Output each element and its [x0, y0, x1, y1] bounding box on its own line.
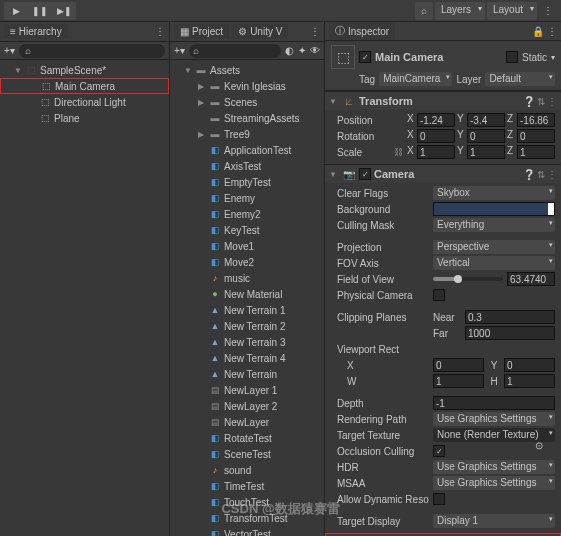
- menu-icon[interactable]: ⋮: [539, 5, 557, 16]
- project-item[interactable]: ▤NewLayer 1: [170, 382, 324, 398]
- filter-icon-2[interactable]: ✦: [298, 45, 306, 56]
- project-item[interactable]: ◧EmptyTest: [170, 174, 324, 190]
- field[interactable]: [433, 396, 555, 410]
- vy-field[interactable]: [504, 358, 555, 372]
- project-item[interactable]: ▬StreamingAssets: [170, 110, 324, 126]
- object-field[interactable]: None (Render Texture) ⊙: [433, 428, 555, 442]
- project-item[interactable]: ◧Move1: [170, 238, 324, 254]
- static-dropdown-icon[interactable]: ▾: [551, 53, 555, 62]
- project-item[interactable]: ◧TouchTest: [170, 494, 324, 510]
- tag-dropdown[interactable]: MainCamera: [379, 72, 452, 86]
- project-tab[interactable]: ▦ Project: [174, 24, 229, 39]
- x-field[interactable]: [417, 145, 455, 159]
- vw-field[interactable]: [433, 374, 484, 388]
- unity-tab[interactable]: ⚙ Unity V: [232, 24, 288, 39]
- project-item[interactable]: ◧ApplicationTest: [170, 142, 324, 158]
- search-icon[interactable]: ⌕: [415, 2, 433, 20]
- dropdown[interactable]: Use Graphics Settings: [433, 412, 555, 426]
- hierarchy-item[interactable]: ⬚Main Camera: [0, 78, 169, 94]
- project-item[interactable]: ◧Move2: [170, 254, 324, 270]
- checkbox[interactable]: [433, 445, 445, 457]
- x-field[interactable]: [417, 113, 455, 127]
- dropdown[interactable]: Everything: [433, 218, 555, 232]
- dropdown[interactable]: Vertical: [433, 256, 555, 270]
- hidden-icon[interactable]: 👁: [310, 45, 320, 56]
- preset-icon[interactable]: ⇅: [537, 169, 545, 180]
- z-field[interactable]: [517, 145, 555, 159]
- panel-menu-icon[interactable]: ⋮: [155, 26, 165, 37]
- project-item[interactable]: ▲New Terrain 3: [170, 334, 324, 350]
- project-item[interactable]: ◧TimeTest: [170, 478, 324, 494]
- vx-field[interactable]: [433, 358, 484, 372]
- static-checkbox[interactable]: [506, 51, 518, 63]
- play-button[interactable]: ▶: [4, 2, 28, 20]
- z-field[interactable]: [517, 129, 555, 143]
- checkbox[interactable]: [433, 289, 445, 301]
- project-item[interactable]: ◧AxisTest: [170, 158, 324, 174]
- z-field[interactable]: [517, 113, 555, 127]
- project-item[interactable]: ▲New Terrain 4: [170, 350, 324, 366]
- scene-root[interactable]: ▼ ⬚ SampleScene*: [0, 62, 169, 78]
- project-item[interactable]: ♪music: [170, 270, 324, 286]
- foldout-icon[interactable]: ▼: [329, 97, 339, 106]
- layer-dropdown[interactable]: Default: [485, 72, 555, 86]
- far-field[interactable]: [465, 326, 555, 340]
- project-item[interactable]: ▲New Terrain: [170, 366, 324, 382]
- preset-icon[interactable]: ⇅: [537, 96, 545, 107]
- fov-field[interactable]: [507, 272, 555, 286]
- y-field[interactable]: [467, 145, 505, 159]
- dropdown[interactable]: Use Graphics Settings: [433, 460, 555, 474]
- dropdown[interactable]: Display 1: [433, 514, 555, 528]
- color-field[interactable]: [433, 202, 555, 216]
- camera-enable-checkbox[interactable]: [359, 168, 371, 180]
- dropdown[interactable]: Perspective: [433, 240, 555, 254]
- filter-icon[interactable]: ◐: [285, 45, 294, 56]
- layout-dropdown[interactable]: Layout: [487, 2, 537, 20]
- project-item[interactable]: ◧TransformTest: [170, 510, 324, 526]
- vh-field[interactable]: [504, 374, 555, 388]
- project-item[interactable]: ▶▬Kevin Iglesias: [170, 78, 324, 94]
- panel-menu-icon[interactable]: ⋮: [310, 26, 320, 37]
- foldout-icon[interactable]: ▼: [329, 170, 339, 179]
- project-item[interactable]: ▶▬Scenes: [170, 94, 324, 110]
- hierarchy-item[interactable]: ⬚Directional Light: [0, 94, 169, 110]
- step-button[interactable]: ▶❚: [52, 2, 76, 20]
- dropdown[interactable]: Use Graphics Settings: [433, 476, 555, 490]
- foldout-icon[interactable]: ▼: [14, 66, 24, 75]
- project-item[interactable]: ▲New Terrain 1: [170, 302, 324, 318]
- project-item[interactable]: ▤NewLayer 2: [170, 398, 324, 414]
- x-field[interactable]: [417, 129, 455, 143]
- hierarchy-search[interactable]: ⌕: [19, 44, 165, 58]
- project-item[interactable]: ◧Enemy: [170, 190, 324, 206]
- near-field[interactable]: [465, 310, 555, 324]
- panel-menu-icon[interactable]: ⋮: [547, 26, 557, 37]
- link-icon[interactable]: ⛓: [394, 147, 403, 157]
- pause-button[interactable]: ❚❚: [28, 2, 52, 20]
- create-dropdown[interactable]: +▾: [4, 45, 15, 56]
- help-icon[interactable]: ❔: [523, 96, 535, 107]
- project-item[interactable]: ◧Enemy2: [170, 206, 324, 222]
- inspector-tab[interactable]: ⓘ Inspector: [329, 22, 395, 40]
- project-item[interactable]: ◧RotateTest: [170, 430, 324, 446]
- checkbox[interactable]: [433, 493, 445, 505]
- project-item[interactable]: ◧SceneTest: [170, 446, 324, 462]
- project-item[interactable]: ◧VectorTest: [170, 526, 324, 536]
- foldout-icon[interactable]: ▶: [198, 82, 208, 91]
- layers-dropdown[interactable]: Layers: [435, 2, 485, 20]
- fov-slider[interactable]: [433, 277, 503, 281]
- object-name-field[interactable]: Main Camera: [375, 51, 502, 63]
- help-icon[interactable]: ❔: [523, 169, 535, 180]
- project-item[interactable]: ▲New Terrain 2: [170, 318, 324, 334]
- hierarchy-tab[interactable]: ≡ Hierarchy: [4, 24, 68, 39]
- active-checkbox[interactable]: [359, 51, 371, 63]
- foldout-icon[interactable]: ▼: [184, 66, 194, 75]
- foldout-icon[interactable]: ▶: [198, 98, 208, 107]
- menu-icon[interactable]: ⋮: [547, 96, 557, 107]
- gameobject-icon[interactable]: ⬚: [331, 45, 355, 69]
- assets-folder[interactable]: ▼ ▬ Assets: [170, 62, 324, 78]
- y-field[interactable]: [467, 113, 505, 127]
- project-search[interactable]: ⌕: [189, 44, 281, 58]
- foldout-icon[interactable]: ▶: [198, 130, 208, 139]
- y-field[interactable]: [467, 129, 505, 143]
- project-item[interactable]: ▶▬Tree9: [170, 126, 324, 142]
